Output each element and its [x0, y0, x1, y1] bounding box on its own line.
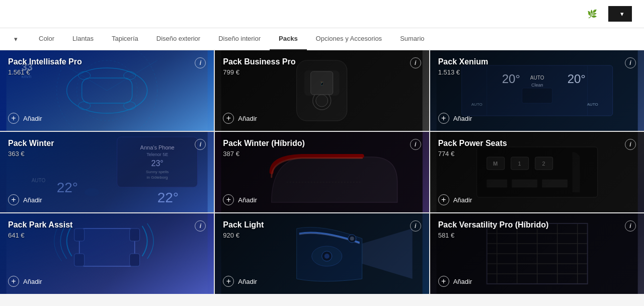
pack-info-power-seats: Pack Power Seats 774 € — [438, 139, 507, 158]
add-label-winter-hibrido: Añadir — [238, 196, 257, 204]
pack-price-park-assist: 641 € — [8, 232, 72, 239]
svg-text:20°: 20° — [502, 72, 520, 86]
svg-point-5 — [78, 102, 91, 110]
pack-info-intellisafe-pro: Pack Intellisafe Pro 1.561 € — [8, 57, 82, 76]
tab-packs[interactable]: Packs — [270, 28, 307, 50]
info-icon-power-seats[interactable]: i — [625, 139, 636, 150]
price-button[interactable]: ▾ — [608, 6, 632, 22]
pack-info-park-assist: Pack Park Assist 641 € — [8, 220, 72, 239]
info-icon-xenium[interactable]: i — [625, 57, 636, 68]
packs-grid: 33 km/h Pack Intellisafe Pro 1.561 € i +… — [0, 50, 644, 294]
svg-text:Sunny spells: Sunny spells — [146, 170, 169, 174]
svg-point-41 — [85, 188, 100, 196]
plus-icon-business-pro: + — [223, 113, 234, 124]
svg-text:2: 2 — [542, 161, 545, 167]
info-icon-versatility-pro[interactable]: i — [625, 220, 636, 232]
pack-price-versatility-pro: 581 € — [438, 232, 549, 239]
pack-info-business-pro: Pack Business Pro 799 € — [223, 57, 295, 76]
pack-info-light: Pack Light 920 € — [223, 220, 264, 239]
pack-name-park-assist: Pack Park Assist — [8, 220, 72, 230]
add-label-winter: Añadir — [23, 196, 42, 204]
pack-card-winter[interactable]: Anna's Phone Telenor 5E 23° Sunny spells… — [0, 132, 214, 212]
header: 🌿 ▾ — [0, 0, 644, 28]
tab-diseno-interior[interactable]: Diseño interior — [209, 28, 270, 50]
svg-text:22°: 22° — [57, 180, 78, 195]
pack-card-business-pro[interactable]: 📱 Pack Business Pro 799 € i + Añadir — [215, 50, 429, 131]
plus-icon-versatility-pro: + — [438, 276, 449, 287]
add-button-park-assist[interactable]: + Añadir — [8, 276, 42, 287]
chevron-down-icon: ▾ — [620, 10, 624, 18]
svg-rect-14 — [297, 60, 347, 121]
tab-llantas[interactable]: Llantas — [63, 28, 103, 50]
svg-rect-26 — [522, 88, 552, 103]
pack-card-power-seats[interactable]: M 1 2 Pack Power Seats 774 € i + Añadir — [430, 132, 644, 212]
add-label-light: Añadir — [238, 278, 257, 285]
pack-name-intellisafe-pro: Pack Intellisafe Pro — [8, 57, 82, 66]
info-icon-winter-hibrido[interactable]: i — [410, 139, 421, 150]
cambia-chevron-icon: ▾ — [14, 35, 18, 43]
svg-text:23°: 23° — [151, 159, 164, 168]
svg-point-4 — [124, 71, 136, 80]
info-icon-park-assist[interactable]: i — [195, 220, 206, 232]
svg-text:AUTO: AUTO — [530, 75, 544, 81]
tab-color[interactable]: Color — [30, 28, 63, 50]
add-button-intellisafe-pro[interactable]: + Añadir — [8, 113, 42, 124]
pack-name-light: Pack Light — [223, 220, 264, 230]
pack-card-versatility-pro[interactable]: Pack Versatility Pro (Híbrido) 581 € i +… — [430, 213, 644, 294]
svg-rect-2 — [82, 78, 132, 103]
add-label-xenium: Añadir — [453, 115, 472, 122]
pack-card-light[interactable]: Pack Light 920 € i + Añadir — [215, 213, 429, 294]
pack-price-xenium: 1.513 € — [438, 68, 489, 76]
pack-price-business-pro: 799 € — [223, 68, 295, 76]
pack-card-winter-hibrido[interactable]: Pack Winter (Híbrido) 387 € i + Añadir — [215, 132, 429, 212]
tab-opciones[interactable]: Opciones y Accesorios — [307, 28, 391, 50]
add-label-power-seats: Añadir — [453, 196, 472, 204]
add-button-business-pro[interactable]: + Añadir — [223, 113, 257, 124]
tab-tapiceria[interactable]: Tapicería — [103, 28, 147, 50]
svg-text:Anna's Phone: Anna's Phone — [140, 144, 175, 150]
svg-rect-56 — [74, 254, 85, 266]
add-button-xenium[interactable]: + Añadir — [438, 113, 472, 124]
pack-card-park-assist[interactable]: Pack Park Assist 641 € i + Añadir — [0, 213, 214, 294]
info-icon-intellisafe-pro[interactable]: i — [195, 57, 206, 68]
add-button-light[interactable]: + Añadir — [223, 276, 257, 287]
plus-icon-power-seats: + — [438, 194, 449, 205]
tab-sumario[interactable]: Sumario — [391, 28, 433, 50]
svg-point-62 — [348, 235, 356, 243]
svg-rect-57 — [130, 254, 140, 266]
pack-card-xenium[interactable]: 20° 20° AUTO Clean AUTO AUTO Pack Xenium… — [430, 50, 644, 131]
plus-icon-intellisafe-pro: + — [8, 113, 19, 124]
svg-point-60 — [322, 251, 332, 261]
info-icon-business-pro[interactable]: i — [410, 57, 421, 68]
svg-text:Clean: Clean — [531, 83, 543, 88]
svg-text:M: M — [493, 161, 498, 167]
add-button-winter-hibrido[interactable]: + Añadir — [223, 194, 257, 205]
add-label-park-assist: Añadir — [23, 278, 42, 285]
plus-icon-park-assist: + — [8, 276, 19, 287]
add-button-power-seats[interactable]: + Añadir — [438, 194, 472, 205]
cambia-volvo-button[interactable]: ▾ — [12, 35, 18, 43]
add-button-versatility-pro[interactable]: + Añadir — [438, 276, 472, 287]
nav-tabs: ▾ Color Llantas Tapicería Diseño exterio… — [0, 28, 644, 50]
add-button-winter[interactable]: + Añadir — [8, 194, 42, 205]
svg-text:AUTO: AUTO — [471, 102, 482, 107]
info-icon-winter[interactable]: i — [195, 139, 206, 150]
svg-rect-18 — [311, 71, 333, 95]
svg-line-8 — [107, 60, 157, 91]
pack-name-winter-hibrido: Pack Winter (Híbrido) — [223, 139, 305, 148]
svg-point-17 — [316, 95, 328, 107]
pack-price-intellisafe-pro: 1.561 € — [8, 68, 82, 76]
svg-text:1: 1 — [518, 161, 521, 167]
pack-name-power-seats: Pack Power Seats — [438, 139, 507, 148]
info-icon-light[interactable]: i — [410, 220, 421, 232]
svg-text:📱: 📱 — [319, 81, 325, 86]
add-label-business-pro: Añadir — [238, 115, 257, 122]
pack-name-winter: Pack Winter — [8, 139, 54, 148]
svg-point-9 — [77, 60, 137, 121]
pack-info-winter: Pack Winter 363 € — [8, 139, 54, 158]
pack-price-power-seats: 774 € — [438, 150, 507, 158]
tab-diseno-exterior[interactable]: Diseño exterior — [147, 28, 209, 50]
pack-name-business-pro: Pack Business Pro — [223, 57, 295, 66]
pack-name-xenium: Pack Xenium — [438, 57, 489, 66]
pack-card-intellisafe-pro[interactable]: 33 km/h Pack Intellisafe Pro 1.561 € i +… — [0, 50, 214, 131]
